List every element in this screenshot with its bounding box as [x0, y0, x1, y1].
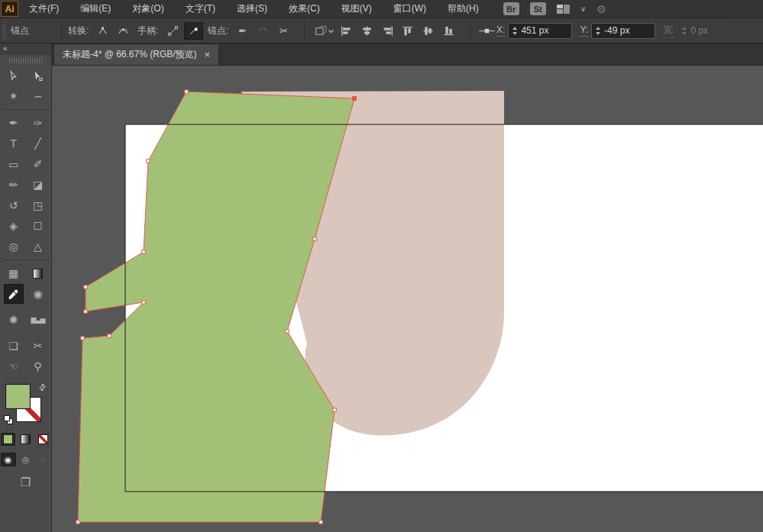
anchors-label: 锚点:	[208, 24, 228, 37]
scale-tool[interactable]: ◳	[28, 195, 48, 215]
default-fill-stroke-icon[interactable]	[4, 415, 14, 425]
pen-tool[interactable]: ✒	[4, 113, 24, 133]
align-hcenter-button[interactable]	[357, 22, 377, 40]
anchor-point[interactable]	[142, 301, 145, 304]
remove-anchor-button[interactable]: ✒	[233, 22, 252, 40]
align-left-button[interactable]	[337, 22, 356, 40]
anchor-point[interactable]	[142, 250, 145, 253]
anchor-point[interactable]	[185, 90, 188, 93]
show-handles-button[interactable]	[163, 22, 183, 40]
menu-3[interactable]: 对象(O)	[121, 0, 174, 18]
column-graph-tool[interactable]: ▆▃▅	[28, 310, 48, 330]
anchor-point[interactable]	[76, 521, 79, 524]
anchor-point[interactable]	[81, 337, 84, 340]
slice-tool[interactable]: ✂	[28, 336, 48, 356]
line-segment-tool[interactable]: ╱	[28, 134, 48, 153]
menu-2[interactable]: 编辑(E)	[70, 0, 121, 18]
draw-inside-button[interactable]: ◌	[36, 453, 51, 466]
x-position-input[interactable]: 451 px	[508, 23, 572, 39]
tab-close-icon[interactable]: ×	[205, 49, 211, 60]
pencil-tool[interactable]: ✏	[4, 175, 24, 195]
menu-1[interactable]: 文件(F)	[18, 0, 70, 18]
convert-to-corner-button[interactable]	[93, 22, 112, 40]
paintbrush-tool[interactable]: ✐	[28, 154, 48, 174]
control-bar: 锚点 转换: 手柄: 锚点: ✒◠✂ X: 451 px Y:	[0, 18, 763, 44]
anchor-point[interactable]	[313, 237, 316, 240]
perspective-grid-tool[interactable]: △	[28, 237, 48, 256]
anchor-point[interactable]	[319, 521, 322, 524]
illustrator-window: Ai 文件(F)编辑(E)对象(O)文字(T)选择(S)效果(C)视图(V)窗口…	[0, 0, 763, 532]
menu-9[interactable]: 帮助(H)	[437, 0, 490, 18]
anchor-point[interactable]	[286, 330, 289, 333]
color-button[interactable]	[1, 433, 15, 446]
eyedropper-tool[interactable]	[4, 284, 24, 304]
anchor-point[interactable]	[147, 160, 150, 163]
symbol-sprayer-tool[interactable]: ✺	[4, 310, 24, 330]
gradient-button[interactable]	[18, 433, 33, 446]
anchors-group: 锚点: ✒◠✂	[208, 22, 293, 40]
draw-normal-button[interactable]: ◉	[1, 453, 16, 466]
anchor-point[interactable]	[333, 408, 336, 411]
rectangle-tool[interactable]: ▭	[4, 154, 24, 174]
menu-6[interactable]: 效果(C)	[278, 0, 331, 18]
blend-tool[interactable]: ◉	[28, 284, 48, 304]
width-tool[interactable]: ◈	[4, 216, 24, 236]
transform-options-dropdown[interactable]	[311, 22, 337, 40]
zoom-tool[interactable]: ⚲	[28, 356, 48, 376]
chevron-down-icon[interactable]: ∨	[580, 5, 586, 13]
curvature-tool[interactable]: ✑	[28, 113, 48, 133]
stock-button[interactable]: St	[530, 2, 546, 15]
align-right-button[interactable]	[378, 22, 397, 40]
convert-to-smooth-button[interactable]	[114, 22, 133, 40]
menu-items: 文件(F)编辑(E)对象(O)文字(T)选择(S)效果(C)视图(V)窗口(W)…	[18, 0, 490, 18]
hide-handles-button[interactable]	[184, 22, 203, 40]
workspace-layout-icon[interactable]	[557, 5, 570, 14]
shape-builder-tool[interactable]: ◎	[4, 237, 24, 256]
align-bottom-button[interactable]	[440, 22, 459, 40]
panel-grip-handle[interactable]	[2, 22, 6, 39]
anchor-point[interactable]	[108, 334, 111, 337]
direct-selection-tool[interactable]	[28, 66, 48, 85]
free-transform-tool[interactable]: ☐	[28, 216, 48, 236]
hand-tool[interactable]: ☜	[4, 356, 24, 376]
swap-fill-stroke-icon[interactable]: ⇄	[37, 382, 49, 394]
x-value: 451 px	[521, 25, 548, 36]
y-stepper[interactable]	[596, 27, 600, 35]
fill-stroke-widget: ⇄	[4, 382, 48, 427]
y-label[interactable]: Y:	[580, 24, 588, 37]
draw-behind-button[interactable]: ◎	[18, 453, 34, 466]
none-button[interactable]	[36, 433, 50, 446]
menu-5[interactable]: 选择(S)	[226, 0, 278, 18]
anchor-point[interactable]	[84, 310, 87, 313]
panel-drag-handle[interactable]	[9, 58, 43, 63]
align-top-button[interactable]	[399, 22, 418, 40]
collapse-panel-button[interactable]: «	[0, 44, 51, 55]
document-tab[interactable]: 未标题-4* @ 66.67% (RGB/预览) ×	[53, 44, 219, 65]
menu-7[interactable]: 视图(V)	[331, 0, 383, 18]
menu-8[interactable]: 窗口(W)	[383, 0, 437, 18]
cut-path-button[interactable]: ✂	[274, 22, 293, 40]
screen-mode-button[interactable]: ❐	[21, 476, 31, 489]
artboard-tool[interactable]: ❏	[4, 336, 24, 356]
menu-4[interactable]: 文字(T)	[175, 0, 226, 18]
mesh-tool[interactable]: ▦	[4, 263, 24, 283]
canvas-viewport[interactable]	[52, 66, 763, 532]
gradient-tool[interactable]	[28, 263, 48, 283]
x-stepper[interactable]	[512, 27, 517, 35]
magic-wand-tool[interactable]: ✶	[4, 86, 24, 106]
selection-tool[interactable]	[4, 66, 24, 85]
lasso-tool[interactable]: ∽	[28, 86, 48, 106]
rotate-tool[interactable]: ↺	[4, 195, 24, 215]
gradient-swatch	[21, 434, 31, 444]
anchor-point[interactable]	[84, 285, 87, 289]
fill-color-swatch[interactable]	[5, 384, 31, 409]
eraser-tool[interactable]: ◪	[28, 175, 48, 195]
gpu-performance-icon[interactable]: ⚙	[596, 3, 606, 15]
type-tool[interactable]: T	[4, 134, 24, 153]
selected-anchor-point[interactable]	[352, 96, 357, 101]
convert-label: 转换:	[68, 24, 89, 37]
align-vcenter-button[interactable]	[419, 22, 438, 40]
bridge-button[interactable]: Br	[503, 2, 519, 15]
y-position-input[interactable]: -49 px	[591, 23, 655, 39]
x-label[interactable]: X:	[496, 24, 505, 37]
